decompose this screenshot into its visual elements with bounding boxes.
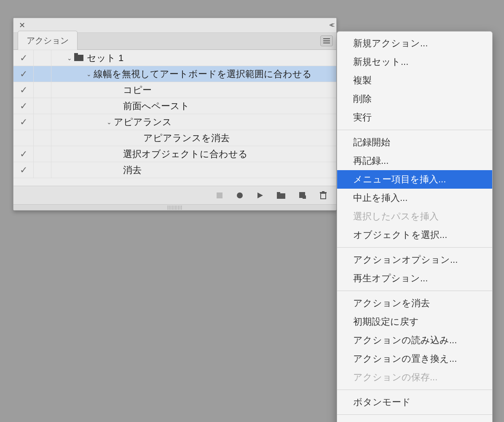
checkmark-icon[interactable]: ✓: [20, 118, 27, 127]
svg-rect-3: [277, 193, 285, 199]
tree-row-step[interactable]: ✓ コピー: [13, 82, 336, 98]
menu-item-clear-actions[interactable]: アクションを消去: [337, 294, 492, 312]
menu-item-duplicate[interactable]: 複製: [337, 71, 492, 90]
menu-separator: [337, 390, 492, 390]
panel-footer: [13, 186, 336, 204]
svg-rect-8: [321, 193, 326, 199]
tree-row-step-group[interactable]: ✓ ⌄ アピアランス: [13, 114, 336, 130]
play-icon[interactable]: [256, 192, 264, 199]
menu-separator: [337, 414, 492, 415]
menu-item-button-mode[interactable]: ボタンモード: [337, 393, 492, 411]
collapse-icon[interactable]: <<: [329, 21, 332, 29]
menu-item-save-actions: アクションの保存...: [337, 368, 492, 387]
row-label: 線幅を無視してアートボードを選択範囲に合わせる: [94, 68, 312, 80]
svg-rect-9: [320, 192, 327, 193]
record-icon[interactable]: [236, 192, 244, 199]
row-label: コピー: [123, 84, 152, 96]
menu-item-insert-menu-item[interactable]: メニュー項目を挿入...: [337, 170, 492, 189]
row-label: セット 1: [87, 52, 123, 64]
tab-actions[interactable]: アクション: [18, 31, 78, 50]
row-label: 前面へペースト: [123, 100, 190, 112]
row-label: アピアランス: [114, 116, 172, 128]
checkmark-icon[interactable]: ✓: [20, 166, 27, 175]
modal-column[interactable]: [34, 50, 51, 66]
chevron-down-icon[interactable]: ⌄: [105, 119, 114, 126]
tree-row-step[interactable]: ✓ 前面へペースト: [13, 98, 336, 114]
modal-column[interactable]: [34, 162, 51, 178]
menu-item-insert-stop[interactable]: 中止を挿入...: [337, 189, 492, 207]
checkmark-icon[interactable]: ✓: [20, 53, 27, 63]
menu-item-play-options[interactable]: 再生オプション...: [337, 269, 492, 288]
menu-item-delete[interactable]: 削除: [337, 90, 492, 108]
row-label: アピアランスを消去: [143, 132, 230, 144]
svg-rect-7: [303, 195, 306, 199]
row-label: 選択オブジェクトに合わせる: [123, 148, 248, 160]
stop-icon[interactable]: [216, 192, 223, 199]
tree-row-substep[interactable]: アピアランスを消去: [13, 130, 336, 146]
svg-rect-4: [277, 192, 280, 194]
modal-column[interactable]: [34, 66, 51, 82]
tree-row-step[interactable]: ✓ 消去: [13, 162, 336, 178]
folder-icon: [74, 55, 83, 61]
modal-column[interactable]: [34, 130, 51, 146]
menu-item-batch[interactable]: バッチ...: [337, 418, 492, 422]
svg-rect-10: [322, 191, 324, 192]
menu-item-new-action[interactable]: 新規アクション...: [337, 34, 492, 53]
checkmark-icon[interactable]: ✓: [20, 69, 27, 79]
tree-row-set[interactable]: ✓ ⌄ セット 1: [13, 50, 336, 66]
menu-item-load-actions[interactable]: アクションの読み込み...: [337, 331, 492, 350]
menu-item-rerecord[interactable]: 再記録...: [337, 152, 492, 170]
checkmark-icon[interactable]: ✓: [20, 101, 27, 111]
modal-column[interactable]: [34, 114, 51, 130]
menu-item-insert-selected-path: 選択したパスを挿入: [337, 207, 492, 226]
checkmark-column[interactable]: [13, 130, 34, 146]
menu-separator: [337, 247, 492, 248]
menu-item-new-set[interactable]: 新規セット...: [337, 53, 492, 71]
panel-menu-button[interactable]: [320, 35, 333, 46]
svg-point-1: [237, 192, 243, 198]
menu-item-select-object[interactable]: オブジェクトを選択...: [337, 226, 492, 244]
row-label: 消去: [123, 164, 142, 176]
menu-separator: [337, 130, 492, 130]
modal-column[interactable]: [34, 98, 51, 114]
panel-flyout-menu: 新規アクション... 新規セット... 複製 削除 実行 記録開始 再記録...…: [337, 31, 493, 422]
actions-panel: ✕ << アクション ✓ ⌄ セット 1 ✓ ⌄: [13, 18, 337, 211]
tab-label: アクション: [27, 36, 69, 45]
tree-row-action[interactable]: ✓ ⌄ 線幅を無視してアートボードを選択範囲に合わせる: [13, 66, 336, 82]
chevron-down-icon[interactable]: ⌄: [65, 55, 74, 61]
tree-row-step[interactable]: ✓ 選択オブジェクトに合わせる: [13, 146, 336, 162]
checkmark-icon[interactable]: ✓: [20, 85, 27, 95]
new-set-icon[interactable]: [276, 192, 286, 199]
hamburger-icon: [323, 38, 330, 39]
actions-tree: ✓ ⌄ セット 1 ✓ ⌄ 線幅を無視してアートボードを選択範囲に合わせる ✓ …: [13, 50, 336, 186]
panel-tab-row: アクション: [13, 33, 336, 50]
chevron-down-icon[interactable]: ⌄: [84, 71, 94, 77]
menu-item-reset-defaults[interactable]: 初期設定に戻す: [337, 312, 492, 331]
menu-item-start-record[interactable]: 記録開始: [337, 133, 492, 152]
checkmark-icon[interactable]: ✓: [20, 150, 27, 159]
modal-column[interactable]: [34, 82, 51, 98]
svg-marker-2: [257, 192, 263, 198]
menu-item-replace-actions[interactable]: アクションの置き換え...: [337, 350, 492, 368]
menu-separator: [337, 291, 492, 291]
menu-item-play[interactable]: 実行: [337, 108, 492, 127]
menu-item-action-options[interactable]: アクションオプション...: [337, 251, 492, 269]
new-action-icon[interactable]: [298, 191, 307, 200]
resize-grip[interactable]: ||||||||||: [13, 204, 336, 210]
modal-column[interactable]: [34, 146, 51, 162]
svg-rect-0: [217, 192, 223, 198]
trash-icon[interactable]: [319, 191, 327, 200]
close-icon[interactable]: ✕: [18, 21, 26, 30]
tree-spacer: [13, 178, 336, 186]
